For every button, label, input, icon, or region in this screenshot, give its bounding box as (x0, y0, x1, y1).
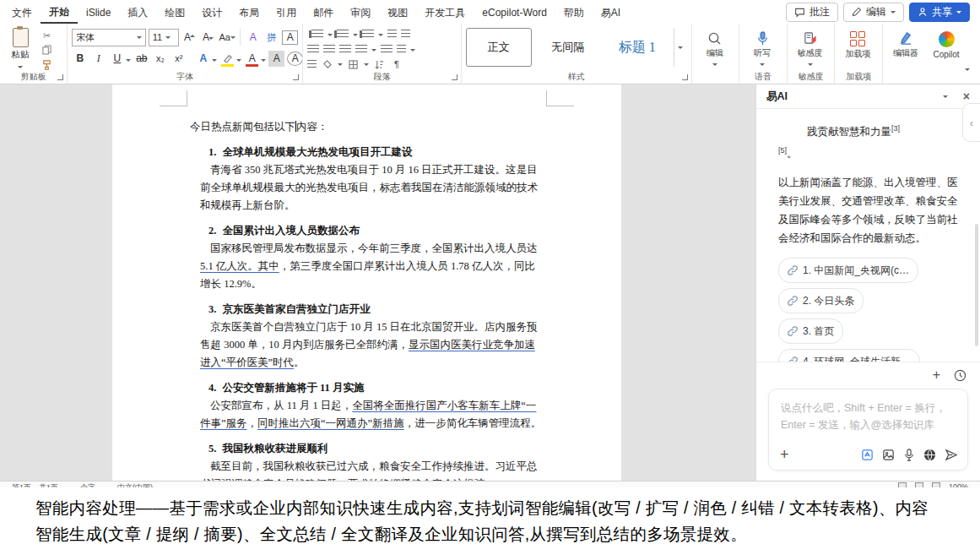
tab-review[interactable]: 审阅 (342, 2, 379, 23)
share-button[interactable]: 共享 (909, 3, 970, 22)
history-clock-icon[interactable] (954, 369, 966, 382)
line-spacing-button[interactable] (397, 45, 406, 54)
text-effects-button[interactable]: A (195, 51, 211, 67)
chevron-down-icon[interactable] (261, 59, 266, 64)
panel-chevron-down-icon[interactable] (943, 95, 948, 101)
format-painter-button[interactable] (40, 59, 54, 71)
tab-yiai[interactable]: 易AI (593, 2, 629, 23)
prompt-template-icon[interactable] (861, 449, 874, 461)
justify-button[interactable] (355, 45, 367, 54)
shading-button[interactable] (321, 58, 333, 71)
bullets-button[interactable] (311, 30, 323, 39)
paste-button[interactable]: 粘贴 (4, 28, 36, 71)
document-page[interactable]: 今日热点新闻包括以下内容： 1.全球单机规模最大光热发电项目开工建设 青海省 3… (112, 84, 621, 481)
sort-button[interactable] (373, 58, 386, 71)
tab-layout[interactable]: 布局 (230, 2, 268, 23)
chevron-down-icon[interactable] (236, 59, 241, 64)
paragraph-dialog-launcher[interactable] (452, 74, 458, 80)
font-name-select[interactable]: 宋体 (72, 29, 145, 46)
chevron-down-icon[interactable] (126, 59, 131, 64)
style-normal[interactable]: 正文 (466, 28, 532, 67)
copy-button[interactable] (40, 44, 54, 56)
italic-button[interactable]: I (90, 51, 106, 67)
copilot-button[interactable]: Copilot (924, 28, 968, 71)
font-size-select[interactable]: 11 (149, 29, 179, 46)
globe-icon[interactable] (923, 449, 936, 461)
highlight-color-button[interactable] (219, 51, 236, 67)
panel-expand-tab[interactable]: ‹ (962, 103, 980, 142)
attach-plus-icon[interactable]: + (780, 447, 789, 462)
align-left-button[interactable] (307, 45, 319, 54)
chevron-down-icon[interactable] (338, 63, 343, 68)
citation-link[interactable]: 3. 首页 (778, 318, 843, 344)
citation-link[interactable]: 1. 中国新闻_央视网(c… (778, 258, 918, 283)
tab-design[interactable]: 设计 (193, 2, 230, 23)
editor-button[interactable]: 编辑器 (887, 28, 924, 71)
ai-panel-content[interactable]: 践贡献智慧和力量[3] [5]。 以上新闻涵盖了能源、出入境管理、医美行业发展、… (756, 109, 980, 362)
enclose-characters-button[interactable]: A (287, 52, 303, 66)
dictate-button[interactable]: 听写 (744, 28, 781, 71)
underline-button[interactable]: U (109, 51, 125, 67)
show-hide-marks-button[interactable]: ¶ (390, 58, 403, 71)
change-case-button[interactable]: Aa (219, 30, 236, 46)
grow-font-button[interactable]: A (181, 30, 198, 46)
send-icon[interactable] (945, 449, 958, 461)
chevron-down-icon[interactable] (364, 63, 369, 68)
tab-islide[interactable]: iSlide (78, 3, 119, 21)
cut-button[interactable]: ✂ (40, 30, 54, 41)
comments-button[interactable]: 批注 (786, 3, 838, 22)
character-shading-button[interactable]: A (268, 51, 284, 67)
tab-insert[interactable]: 插入 (119, 2, 156, 23)
clear-formatting-button[interactable]: A (245, 30, 261, 46)
chevron-down-icon[interactable] (328, 34, 333, 39)
citation-superscript[interactable]: [5] (778, 146, 787, 155)
styles-dialog-launcher[interactable] (682, 74, 688, 80)
microphone-icon[interactable] (903, 449, 915, 461)
new-chat-icon[interactable]: + (933, 368, 940, 382)
editing-button[interactable]: 编辑 (696, 28, 734, 71)
document-content[interactable]: 今日热点新闻包括以下内容： 1.全球单机规模最大光热发电项目开工建设 青海省 3… (190, 118, 545, 481)
citation-superscript[interactable]: [3] (891, 124, 900, 133)
align-center-button[interactable] (323, 45, 335, 54)
wrap-marks-button[interactable] (307, 60, 317, 69)
more-styles-button[interactable] (674, 28, 687, 67)
citation-link[interactable]: 2. 今日头条 (778, 288, 864, 313)
image-icon[interactable] (882, 449, 895, 461)
tab-draw[interactable]: 绘图 (156, 2, 193, 23)
shrink-font-button[interactable]: A (200, 30, 216, 46)
tab-developer[interactable]: 开发工具 (416, 2, 474, 23)
tab-ecopilot[interactable]: eCopilot-Word (474, 3, 555, 21)
panel-close-icon[interactable]: × (963, 90, 970, 102)
tab-view[interactable]: 视图 (379, 2, 416, 23)
chevron-down-icon[interactable] (410, 49, 415, 54)
sensitivity-button[interactable]: 敏感度 (792, 28, 829, 71)
panel-scrollbar[interactable] (975, 224, 978, 346)
increase-indent-button[interactable] (401, 30, 410, 39)
chevron-down-icon[interactable] (353, 34, 358, 39)
distribute-button[interactable] (381, 45, 393, 54)
citation-link[interactable]: 4. 环球网_全球生活新… (778, 349, 920, 362)
editing-mode-button[interactable]: 编辑 (843, 3, 904, 22)
decrease-indent-button[interactable] (387, 30, 397, 39)
multilevel-list-button[interactable] (362, 30, 374, 39)
font-dialog-launcher[interactable] (293, 74, 299, 80)
clipboard-dialog-launcher[interactable] (57, 74, 63, 80)
character-border-button[interactable]: A (282, 30, 298, 45)
chevron-down-icon[interactable] (212, 59, 217, 64)
chevron-down-icon[interactable] (378, 34, 383, 39)
addins-button[interactable]: 加载项 (839, 28, 876, 71)
phonetic-guide-button[interactable]: 拼 (263, 30, 279, 46)
tab-file[interactable]: 文件 (3, 2, 41, 23)
style-no-spacing[interactable]: 无间隔 (535, 28, 601, 67)
subscript-button[interactable]: x₂ (152, 51, 168, 67)
superscript-button[interactable]: x² (171, 51, 187, 67)
numbering-button[interactable] (337, 30, 349, 39)
borders-button[interactable] (347, 58, 360, 71)
tab-mailings[interactable]: 邮件 (305, 2, 342, 23)
style-heading1[interactable]: 标题 1 (604, 28, 670, 67)
tab-home[interactable]: 开始 (41, 1, 78, 24)
bold-button[interactable]: B (72, 51, 88, 67)
chat-input[interactable] (769, 389, 967, 437)
strikethrough-button[interactable]: ab (133, 51, 149, 67)
font-color-button[interactable]: A (244, 51, 260, 67)
